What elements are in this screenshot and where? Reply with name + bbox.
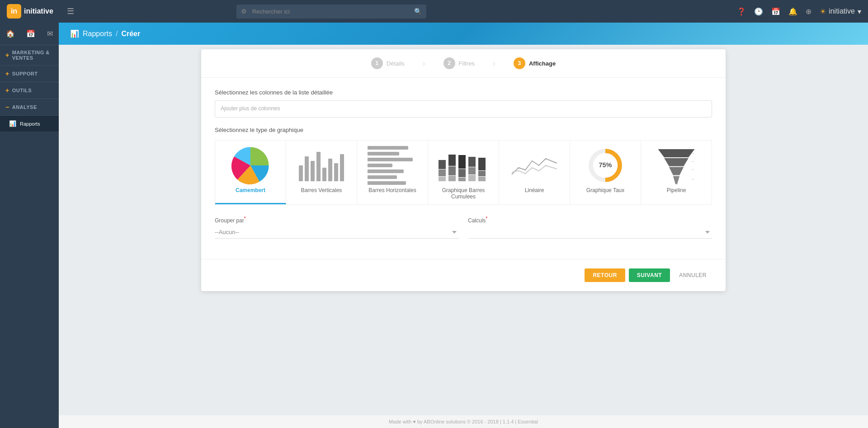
svg-text:—: —	[691, 151, 694, 155]
svg-marker-4	[658, 149, 695, 157]
funnel-chart-preview: — — — —	[649, 147, 703, 183]
app-title: initiative	[24, 7, 53, 15]
footer: Made with ♥ by ABOnline solutions © 2016…	[59, 415, 868, 428]
home-icon[interactable]: 🏠	[4, 27, 17, 40]
reports-icon: 📊	[9, 120, 16, 127]
retour-button[interactable]: RETOUR	[585, 268, 625, 282]
sidebar-item-support[interactable]: + SUPPORT	[0, 66, 59, 82]
chart-type-barres-h[interactable]: Barres Horizontales	[357, 141, 428, 204]
calendar-sidebar-icon[interactable]: 📅	[24, 27, 38, 40]
collapse-icon: −	[5, 103, 9, 111]
suivant-button[interactable]: SUIVANT	[629, 268, 670, 282]
chart-type-gauge[interactable]: 75% Graphique Taux	[570, 141, 641, 204]
step-sep-2: ›	[493, 59, 495, 68]
breadcrumb-section: Rapports	[83, 30, 112, 38]
sidebar-item-label: ANALYSE	[12, 104, 37, 110]
columns-input[interactable]: Ajouter plus de colonnes	[215, 100, 712, 118]
help-icon[interactable]: ❓	[737, 7, 746, 16]
steps-header: 1 Détails › 2 Filtres › 3	[201, 49, 726, 78]
user-name: initiative	[829, 7, 855, 15]
chart-type-stacked[interactable]: Graphique Barres Cumulees	[428, 141, 499, 204]
step-sep-1: ›	[423, 59, 425, 68]
step-2-circle: 2	[443, 57, 455, 69]
chart-type-name: Pipeline	[667, 187, 686, 193]
dialog-overlay: 1 Détails › 2 Filtres › 3	[59, 45, 868, 415]
step-3-label: Affichage	[529, 60, 556, 67]
bar-v-chart-preview	[294, 147, 349, 183]
step-3-circle: 3	[514, 57, 525, 69]
grouper-calculs-row: Grouper par* --Aucun-- Calculs*	[215, 216, 712, 239]
topbar: in initiative ☰ ⚙ 🔍 ❓ 🕑 📅 🔔 ⊕ ☀ initiati…	[0, 0, 868, 23]
step-filtres: 2 Filtres	[443, 57, 475, 69]
notifications-icon[interactable]: 🔔	[788, 7, 797, 16]
calculs-label: Calculs*	[468, 216, 712, 224]
sidebar-item-outils[interactable]: + OUTILS	[0, 82, 59, 99]
chart-type-name: Linéaire	[525, 187, 544, 193]
svg-marker-5	[664, 158, 689, 166]
chart-types-selector: Camembert	[215, 140, 712, 205]
stacked-chart-preview	[436, 147, 491, 183]
user-menu[interactable]: ☀ initiative ▾	[820, 7, 861, 16]
calculs-field: Calculs*	[468, 216, 712, 239]
history-icon[interactable]: 🕑	[754, 7, 763, 16]
calendar-icon[interactable]: 📅	[771, 7, 780, 16]
expand-icon: +	[5, 87, 9, 94]
user-avatar-icon: ☀	[820, 7, 826, 16]
sidebar-item-label: Rapports	[20, 121, 40, 127]
chart-type-name: Barres Horizontales	[368, 187, 416, 193]
sidebar-item-analyse[interactable]: − ANALYSE	[0, 99, 59, 116]
chart-type-name: Graphique Barres Cumulees	[433, 187, 494, 200]
gauge-chart-preview: 75%	[578, 147, 632, 183]
step-details: 1 Détails	[371, 57, 405, 69]
step-1-label: Détails	[387, 60, 405, 67]
chart-type-name: Barres Verticales	[301, 187, 342, 193]
pie-chart-preview	[223, 147, 278, 183]
page-header: 📊 Rapports / Créer	[59, 23, 868, 45]
breadcrumb-page: Créer	[121, 30, 140, 38]
sidebar: 🏠 📅 ✉ + MARKETING & VENTES + SUPPORT + O…	[0, 23, 59, 428]
grouper-field: Grouper par* --Aucun--	[215, 216, 459, 239]
svg-text:—: —	[691, 160, 694, 163]
chevron-down-icon: ▾	[858, 7, 861, 16]
logo-icon: in	[7, 4, 21, 19]
svg-text:—: —	[691, 177, 694, 180]
calculs-select[interactable]	[468, 226, 712, 239]
svg-text:75%: 75%	[599, 161, 612, 169]
main-layout: 🏠 📅 ✉ + MARKETING & VENTES + SUPPORT + O…	[0, 23, 868, 428]
form-actions: RETOUR SUIVANT ANNULER	[201, 259, 726, 291]
chart-type-barres-v[interactable]: Barres Verticales	[286, 141, 357, 204]
chart-type-pipeline[interactable]: — — — — Pipeline	[641, 141, 712, 204]
sidebar-item-label: MARKETING & VENTES	[12, 50, 53, 61]
search-icon: 🔍	[414, 8, 422, 15]
svg-marker-7	[673, 176, 679, 184]
search-bar: ⚙ 🔍	[236, 5, 426, 19]
form-content: Sélectionnez les colonnes de la liste dé…	[201, 78, 726, 259]
grouper-select[interactable]: --Aucun--	[215, 226, 459, 239]
breadcrumb-separator: /	[116, 30, 118, 38]
columns-placeholder: Ajouter plus de colonnes	[221, 105, 280, 112]
svg-text:—: —	[691, 168, 694, 171]
mail-icon[interactable]: ✉	[45, 27, 55, 40]
sidebar-item-rapports[interactable]: 📊 Rapports	[0, 116, 59, 132]
chart-type-lineaire[interactable]: Linéaire	[499, 141, 570, 204]
sidebar-quick-icons: 🏠 📅 ✉	[0, 23, 59, 45]
step-2-label: Filtres	[459, 60, 475, 67]
line-chart-preview	[507, 147, 561, 183]
step-affichage: 3 Affichage	[514, 57, 556, 69]
expand-icon: +	[5, 70, 9, 77]
chart-type-camembert[interactable]: Camembert	[215, 141, 286, 204]
footer-text: Made with ♥ by ABOnline solutions © 2016…	[389, 419, 538, 424]
sidebar-item-marketing[interactable]: + MARKETING & VENTES	[0, 45, 59, 66]
search-input[interactable]	[236, 5, 426, 19]
annuler-button[interactable]: ANNULER	[674, 268, 712, 282]
bar-h-chart-preview	[365, 147, 420, 183]
columns-section-label: Sélectionnez les colonnes de la liste dé…	[215, 89, 712, 96]
menu-toggle-button[interactable]: ☰	[67, 6, 74, 16]
step-1-circle: 1	[371, 57, 383, 69]
add-icon[interactable]: ⊕	[806, 7, 811, 16]
chart-type-name: Graphique Taux	[586, 187, 625, 193]
svg-marker-6	[669, 167, 684, 175]
chart-section-label: Sélectionnez le type de graphique	[215, 127, 712, 133]
content-area: 📊 Rapports / Créer 1 Détails ›	[59, 23, 868, 428]
chart-type-name: Camembert	[236, 187, 265, 193]
